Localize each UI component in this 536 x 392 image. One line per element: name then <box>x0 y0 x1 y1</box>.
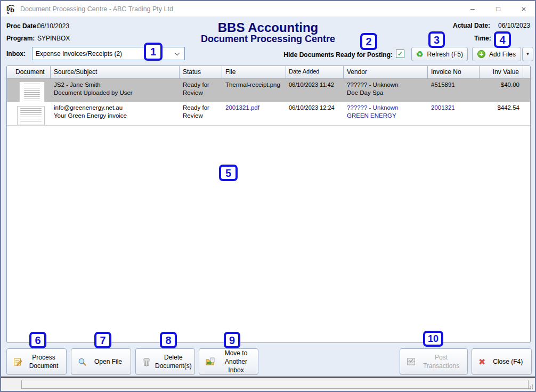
app-logo-icon: b s b <box>6 4 17 14</box>
close-window-icon[interactable]: × <box>515 1 533 17</box>
post-transactions-icon <box>407 357 416 366</box>
file-link[interactable]: 2001321.pdf <box>222 102 286 125</box>
documents-table: Document Source/Subject Status File Date… <box>6 66 531 343</box>
titlebar: b s b Document Processing Centre - ABC T… <box>1 1 535 17</box>
dropdown-arrow-icon: ▼ <box>526 52 530 56</box>
file-cell[interactable]: Thermal-receipt.png <box>222 79 286 102</box>
som-mark-5: 5 <box>219 165 238 181</box>
column-header-source[interactable]: Source/Subject <box>51 66 180 78</box>
table-row[interactable]: info@greenenergy.net.au Your Green Energ… <box>7 102 530 126</box>
som-mark-9: 9 <box>224 332 240 348</box>
inbox-label: Inbox: <box>6 50 26 58</box>
trash-icon <box>142 357 151 366</box>
hide-posting-checkbox[interactable]: ✓ <box>396 50 404 58</box>
add-files-button[interactable]: Add Files <box>472 47 521 61</box>
svg-text:b: b <box>10 6 14 14</box>
som-mark-4: 4 <box>494 31 511 48</box>
app-window: b s b Document Processing Centre - ABC T… <box>0 0 536 392</box>
som-mark-8: 8 <box>160 332 177 348</box>
process-document-button[interactable]: ProcessDocument <box>6 348 67 375</box>
invoice-no-cell: #515891 <box>428 79 480 102</box>
add-files-dropdown-button[interactable]: ▼ <box>522 47 533 61</box>
status-cell: Ready for Review <box>180 102 222 125</box>
column-header-inv-value[interactable]: Inv Value <box>480 66 523 78</box>
hide-posting-label: Hide Documents Ready for Posting: <box>275 51 393 59</box>
status-bar <box>1 377 535 391</box>
app-subtitle: Document Processing Centre <box>1 34 535 45</box>
column-header-invoice-no[interactable]: Invoice No <box>428 66 480 78</box>
move-to-inbox-button[interactable]: Move to AnotherInbox <box>199 348 258 375</box>
delete-documents-button[interactable]: DeleteDocument(s) <box>135 348 195 375</box>
document-cell <box>7 79 51 102</box>
time-label: Time: <box>474 35 491 42</box>
som-mark-1: 1 <box>144 43 163 61</box>
refresh-icon: ♻ <box>416 50 423 59</box>
magnifier-icon <box>78 357 87 366</box>
invoice-thumbnail <box>17 106 45 125</box>
table-row[interactable]: JS2 - Jane Smith Document Uploaded by Us… <box>7 79 530 102</box>
close-button[interactable]: ✖ Close (F4) <box>472 348 532 375</box>
vendor-cell: ?????? - Unknown Doe Day Spa <box>344 79 428 102</box>
som-mark-6: 6 <box>29 332 46 348</box>
svg-text:s: s <box>7 10 10 14</box>
actual-date-value: 06/10/2023 <box>498 22 530 29</box>
source-cell: info@greenenergy.net.au Your Green Energ… <box>51 102 180 125</box>
chevron-down-icon <box>175 51 180 55</box>
inv-value-cell: $40.00 <box>480 79 523 102</box>
open-file-button[interactable]: Open File <box>71 348 131 375</box>
add-files-button-label: Add Files <box>489 51 516 58</box>
move-folder-icon <box>206 357 215 366</box>
date-added-cell: 06/10/2023 12:24 <box>286 102 344 125</box>
post-transactions-button[interactable]: PostTransactions <box>400 348 468 375</box>
document-cell <box>7 102 51 125</box>
inv-value-cell: $442.54 <box>480 102 523 125</box>
inbox-selected-value: Expense Invoices/Receipts (2) <box>36 50 122 58</box>
maximize-icon[interactable]: □ <box>489 1 507 17</box>
check-icon: ✓ <box>397 50 403 58</box>
process-document-icon <box>13 357 22 366</box>
vendor-cell[interactable]: ?????? - Unknown GREEN ENERGY <box>344 102 428 125</box>
window-title: Document Processing Centre - ABC Trading… <box>20 5 173 13</box>
som-mark-7: 7 <box>94 332 111 348</box>
actual-date-label: Actual Date: <box>453 22 490 29</box>
status-cell: Ready for Review <box>180 79 222 102</box>
column-header-document[interactable]: Document <box>7 66 51 78</box>
plus-icon <box>477 50 485 58</box>
column-header-file[interactable]: File <box>222 66 286 78</box>
column-header-vendor[interactable]: Vendor <box>344 66 428 78</box>
som-mark-10: 10 <box>423 331 443 347</box>
som-mark-2: 2 <box>360 33 377 50</box>
minimize-icon[interactable]: – <box>464 1 482 17</box>
som-mark-3: 3 <box>428 31 445 48</box>
column-header-date-added[interactable]: Date Added <box>286 66 344 78</box>
invoice-no-cell[interactable]: 2001321 <box>428 102 480 125</box>
table-header-row: Document Source/Subject Status File Date… <box>7 66 530 79</box>
date-added-cell: 06/10/2023 11:42 <box>286 79 344 102</box>
refresh-button-label: Refresh (F5) <box>427 51 463 58</box>
refresh-button[interactable]: ♻ Refresh (F5) <box>411 47 468 61</box>
status-field <box>21 380 529 389</box>
receipt-thumbnail <box>19 81 45 102</box>
source-cell: JS2 - Jane Smith Document Uploaded by Us… <box>51 79 180 102</box>
resize-grip-icon[interactable] <box>529 385 533 389</box>
column-header-status[interactable]: Status <box>180 66 222 78</box>
red-x-icon: ✖ <box>478 357 485 367</box>
